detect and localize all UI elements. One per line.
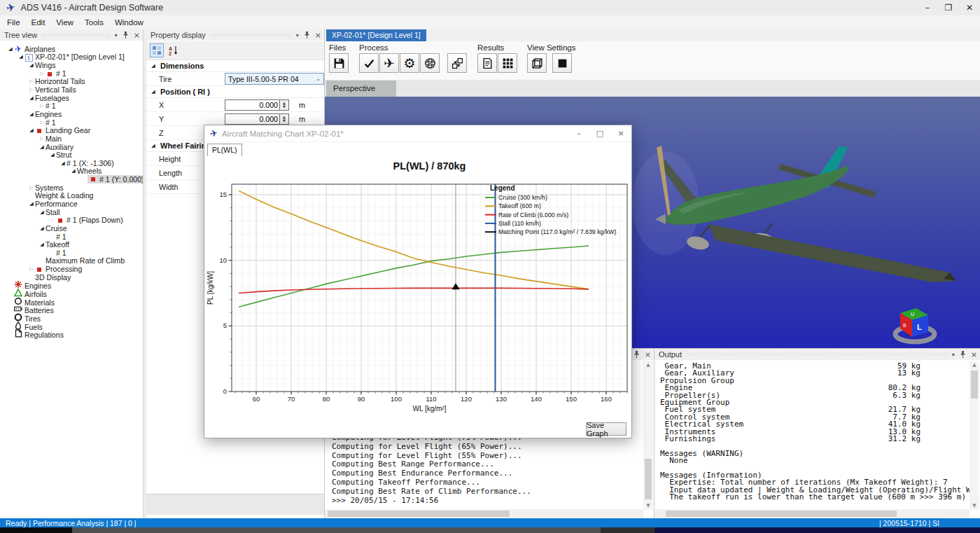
menu-edit[interactable]: Edit <box>26 15 51 29</box>
expander-collapsed-icon[interactable]: ▷ <box>28 78 35 84</box>
y-input[interactable]: 0.000▲▼ <box>225 113 289 125</box>
tree-item-xp-02-01-design-level-1-[interactable]: ◢1XP-02-01* [Design Level 1] <box>0 53 143 62</box>
expander-collapsed-icon[interactable]: ▷ <box>28 185 35 191</box>
console-vertical-scrollbar[interactable]: ▲ ▼ <box>643 361 653 510</box>
dialog-maximize-button[interactable]: □ <box>589 125 610 142</box>
dialog-close-button[interactable]: × <box>610 125 631 142</box>
expander-expanded-icon[interactable]: ◢ <box>38 209 46 215</box>
menu-file[interactable]: File <box>1 15 26 29</box>
tree-item-cruise[interactable]: ◢Cruise <box>0 224 143 233</box>
tree-item-processing[interactable]: ▷Processing <box>0 265 143 273</box>
tree-item-maximum-rate-of-climb[interactable]: Maximum Rate of Climb <box>0 257 143 265</box>
perspective-tab[interactable]: Perspective <box>326 81 396 97</box>
grid-button[interactable] <box>498 53 517 73</box>
tree-item-performance[interactable]: ◢Performance <box>0 200 143 208</box>
property-category-position-ri-[interactable]: ◢Position ( RI ) <box>146 86 324 98</box>
sort-alphabetical-button[interactable]: AZ <box>167 43 181 57</box>
expander-expanded-icon[interactable]: ◢ <box>28 127 35 133</box>
tree-item--1[interactable]: # 1 <box>0 233 143 241</box>
expander-expanded-icon[interactable]: ◢ <box>70 168 77 174</box>
expander-expanded-icon[interactable]: ◢ <box>28 201 35 207</box>
chevron-down-icon[interactable]: ▾ <box>296 32 299 39</box>
expander-collapsed-icon[interactable]: ▷ <box>38 120 46 125</box>
expander-expanded-icon[interactable]: ◢ <box>38 226 46 231</box>
menu-window[interactable]: Window <box>109 15 149 29</box>
expander-collapsed-icon[interactable]: ▷ <box>38 103 46 109</box>
output-horizontal-scrollbar[interactable] <box>654 509 969 518</box>
expander-collapsed-icon[interactable]: ▷ <box>38 71 46 76</box>
tree-item-auxiliary[interactable]: ◢Auxiliary <box>0 143 143 151</box>
transform-button[interactable] <box>447 53 467 73</box>
save-graph-button[interactable]: Save Graph <box>586 422 626 436</box>
expander-expanded-icon[interactable]: ◢ <box>18 54 24 60</box>
tree-item--1-y-0-000-[interactable]: # 1 (Y: 0.000) <box>0 175 143 184</box>
menu-view[interactable]: View <box>50 15 79 29</box>
report-button[interactable] <box>477 53 497 73</box>
dialog-title-bar[interactable]: ✈ Aircraft Matching Chart XP-02-01* – □ … <box>204 125 631 142</box>
close-icon[interactable]: × <box>971 350 977 359</box>
expander-expanded-icon[interactable]: ◢ <box>28 95 35 101</box>
tree-item--1[interactable]: ▷# 1 <box>0 69 143 78</box>
close-icon[interactable]: × <box>134 31 140 40</box>
pin-icon[interactable] <box>304 32 310 39</box>
expander-expanded-icon[interactable]: ◢ <box>150 89 157 95</box>
expander-expanded-icon[interactable]: ◢ <box>7 46 14 52</box>
tree-item-weight-loading[interactable]: Weight & Loading <box>0 192 143 200</box>
expander-expanded-icon[interactable]: ◢ <box>28 62 35 68</box>
pin-icon[interactable] <box>122 32 129 39</box>
gear-button[interactable]: ⚙ <box>400 53 419 73</box>
document-tab-active[interactable]: XP-02-01* [Design Level 1] <box>326 29 426 41</box>
tree-item-wheels[interactable]: ◢Wheels <box>0 167 143 176</box>
expander-expanded-icon[interactable]: ◢ <box>150 63 157 69</box>
tree-item-systems[interactable]: ▷Systems <box>0 184 143 192</box>
expander-expanded-icon[interactable]: ◢ <box>38 144 46 150</box>
spinner-buttons[interactable]: ▲▼ <box>279 100 288 110</box>
tree-item--1[interactable]: ▷# 1 <box>0 118 143 127</box>
console-horizontal-scrollbar[interactable] <box>325 509 643 518</box>
airplane-button[interactable]: ✈ <box>379 53 399 73</box>
tree-item-engines[interactable]: ◢Engines <box>0 110 143 118</box>
save-button[interactable] <box>329 53 349 73</box>
pin-icon[interactable] <box>634 351 640 359</box>
expander-expanded-icon[interactable]: ◢ <box>38 242 46 247</box>
tree-item-wings[interactable]: ◢Wings <box>0 61 143 69</box>
expander-collapsed-icon[interactable]: ▷ <box>28 87 35 92</box>
dialog-minimize-button[interactable]: – <box>568 125 589 142</box>
close-icon[interactable]: × <box>315 31 321 40</box>
sphere-button[interactable] <box>420 53 440 73</box>
tree-item-vertical-tails[interactable]: ▷Vertical Tails <box>0 85 143 94</box>
tree-item--1[interactable]: ▷# 1 <box>0 102 143 110</box>
tree-item-main[interactable]: ▷Main <box>0 134 143 143</box>
close-icon[interactable]: × <box>645 350 651 359</box>
close-button[interactable]: ✕ <box>959 0 980 15</box>
tree-item-airplanes[interactable]: ◢✈Airplanes <box>0 45 143 53</box>
chart-tab-plwl[interactable]: PL(WL) <box>207 144 242 156</box>
expander-collapsed-icon[interactable]: ▷ <box>38 136 46 141</box>
expander-expanded-icon[interactable]: ◢ <box>150 143 157 148</box>
expander-expanded-icon[interactable]: ◢ <box>59 160 66 166</box>
property-category-dimensions[interactable]: ◢Dimensions <box>146 60 324 72</box>
expander-collapsed-icon[interactable]: ▷ <box>28 266 35 272</box>
tree-item-strut[interactable]: ◢Strut <box>0 151 143 159</box>
tree-item-regulations[interactable]: Regulations <box>0 330 143 338</box>
pin-icon[interactable] <box>960 351 966 359</box>
tree-item-takeoff[interactable]: ◢Takeoff <box>0 240 143 249</box>
square-button[interactable] <box>552 53 572 73</box>
restore-button[interactable]: ❐ <box>938 0 959 15</box>
tree-item-stall[interactable]: ◢Stall <box>0 208 143 216</box>
expander-expanded-icon[interactable]: ◢ <box>49 152 56 158</box>
menu-tools[interactable]: Tools <box>79 15 109 29</box>
x-input[interactable]: 0.000▲▼ <box>225 99 289 111</box>
chevron-down-icon[interactable]: ▾ <box>115 32 118 39</box>
tree-item--1-x-1-306-[interactable]: ◢# 1 (X: -1.306) <box>0 159 143 167</box>
tree-item--1[interactable]: # 1 <box>0 249 143 257</box>
tree-item-horizontal-tails[interactable]: ▷Horizontal Tails <box>0 78 143 86</box>
spinner-buttons[interactable]: ▲▼ <box>279 114 288 124</box>
cube-button[interactable] <box>527 53 547 73</box>
tree-item-landing-gear[interactable]: ◢Landing Gear <box>0 126 143 134</box>
tire-dropdown[interactable]: Type III-5.00-5 PR 04⌄ <box>225 73 324 85</box>
chevron-down-icon[interactable]: ▾ <box>952 352 955 358</box>
tree-item--1-flaps-down-[interactable]: # 1 (Flaps Down) <box>0 216 143 224</box>
tree-item-fuselages[interactable]: ◢Fuselages <box>0 94 143 102</box>
check-button[interactable] <box>359 53 379 73</box>
